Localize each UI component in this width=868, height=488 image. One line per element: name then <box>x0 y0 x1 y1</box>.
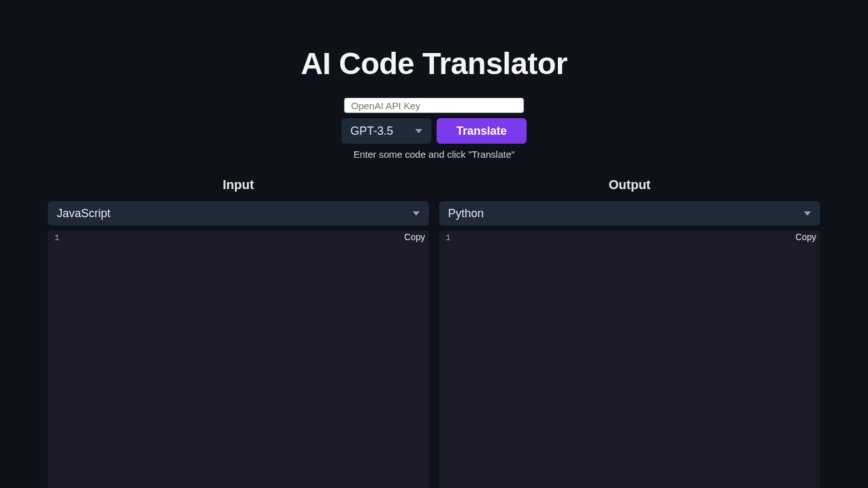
hint-text: Enter some code and click "Translate" <box>354 149 515 160</box>
chevron-down-icon <box>412 210 420 217</box>
input-copy-button[interactable]: Copy <box>403 232 426 242</box>
output-language-label: Python <box>448 207 804 220</box>
controls-row: GPT-3.5 Translate <box>341 118 527 144</box>
chevron-down-icon <box>415 127 423 135</box>
output-heading: Output <box>439 178 820 192</box>
input-panel: Input JavaScript 1 Copy <box>48 178 429 488</box>
input-code-editor[interactable]: 1 Copy <box>48 231 429 488</box>
translate-button[interactable]: Translate <box>437 118 527 144</box>
output-code-editor[interactable]: 1 Copy <box>439 231 820 488</box>
page-title: AI Code Translator <box>301 46 567 81</box>
output-copy-button[interactable]: Copy <box>794 232 818 242</box>
input-language-select[interactable]: JavaScript <box>48 201 429 225</box>
chevron-down-icon <box>804 210 811 217</box>
output-panel: Output Python 1 Copy <box>439 178 820 488</box>
output-language-select[interactable]: Python <box>439 201 820 225</box>
api-key-input[interactable] <box>344 98 524 113</box>
model-select-label: GPT-3.5 <box>350 125 415 138</box>
input-language-label: JavaScript <box>57 207 412 220</box>
model-select[interactable]: GPT-3.5 <box>341 118 431 144</box>
output-line-number: 1 <box>439 232 454 245</box>
panels: Input JavaScript 1 Copy Output Python <box>48 178 820 488</box>
input-heading: Input <box>48 178 429 192</box>
input-line-number: 1 <box>48 232 63 245</box>
